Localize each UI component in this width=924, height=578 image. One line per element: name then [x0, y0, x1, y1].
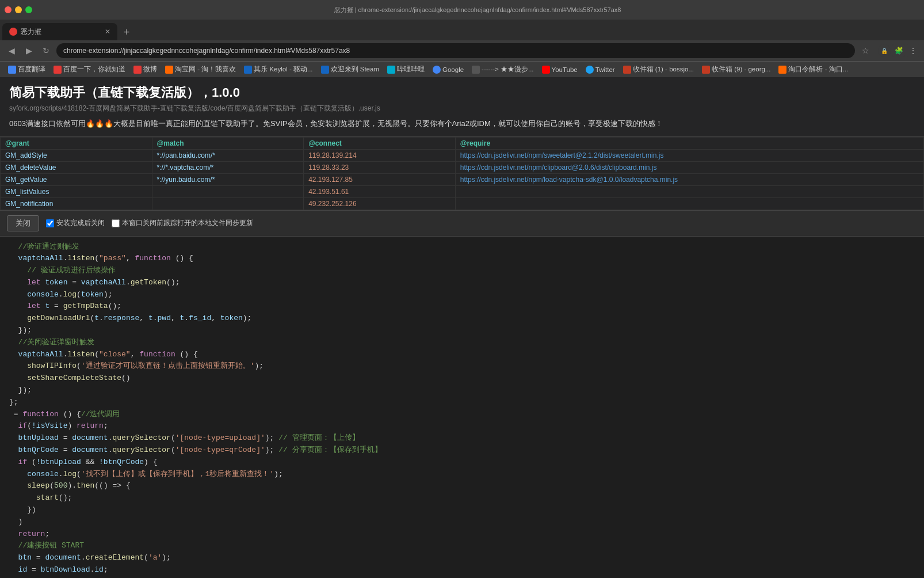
code-line-11: vaptchaAll.listen("close", function () {: [0, 349, 924, 361]
metadata-row-4: GM_listValues 42.193.51.61: [1, 185, 924, 197]
tab-label: 恶力摧: [21, 27, 101, 37]
metadata-row-headers: @grant @match @connect @require: [1, 137, 924, 149]
code-line-28: return;: [0, 528, 924, 541]
connect-3: 42.193.127.85: [304, 173, 456, 185]
bookmark-label-5: 其乐 Keylol - 驱动...: [254, 65, 312, 74]
forward-button[interactable]: ▶: [22, 44, 36, 58]
ext-icon-3[interactable]: ⋮: [907, 44, 919, 57]
connect-1: 119.28.139.214: [304, 149, 456, 161]
script-path: syfork.org/scripts/418182-百度网盘简易下载助手-直链下…: [9, 104, 915, 113]
window-close-btn[interactable]: [5, 6, 12, 13]
bookmark-favicon-11: [586, 66, 594, 74]
bookmark-favicon-8: [433, 66, 441, 74]
bookmark-favicon-4: [165, 66, 173, 74]
checkbox-auto-close[interactable]: 安装完成后关闭: [46, 218, 105, 228]
checkbox-auto-close-input[interactable]: [46, 219, 54, 227]
bookmark-taobao[interactable]: 淘宝网 - 淘！我喜欢: [162, 64, 239, 75]
code-line-3: // 验证成功进行后续操作: [0, 265, 924, 277]
tab-bar: 恶力摧 ✕ +: [0, 20, 924, 40]
reload-button[interactable]: ↻: [39, 44, 53, 58]
code-area: //验证通过则触发 vaptchaAll.listen("pass", func…: [0, 237, 924, 579]
bookmark-label-3: 微博: [143, 65, 157, 74]
ext-icon-1[interactable]: 🔒: [878, 44, 891, 57]
bookmark-google[interactable]: Google: [429, 64, 467, 75]
grant-1: GM_addStyle: [1, 149, 152, 161]
bookmark-bilibili[interactable]: 哔哩哔哩: [384, 64, 428, 75]
bookmark-label-8: Google: [442, 66, 464, 73]
bookmark-baidu-translate[interactable]: 百度翻译: [5, 64, 49, 75]
connect-2: 119.28.33.23: [304, 161, 456, 173]
bookmark-youtube[interactable]: YouTube: [539, 64, 581, 75]
active-tab[interactable]: 恶力摧 ✕: [2, 23, 117, 40]
code-line-4: let token = vaptchaAll.getToken();: [0, 277, 924, 289]
bookmark-favicon-7: [387, 66, 395, 74]
bookmark-label-9: ------> ★★漫步...: [482, 65, 533, 74]
grant-2: GM_deleteValue: [1, 161, 152, 173]
bookmark-favicon-12: [623, 66, 631, 74]
new-tab-btn[interactable]: +: [119, 24, 135, 40]
tab-favicon: [9, 28, 17, 36]
bookmark-email2[interactable]: 收件箱 (9) - georg...: [698, 64, 774, 75]
code-line-6: let t = getTmpData();: [0, 301, 924, 313]
metadata-table: @grant @match @connect @require GM_addSt…: [0, 137, 924, 210]
close-button[interactable]: 关闭: [7, 215, 39, 231]
bookmark-favicon-2: [54, 66, 62, 74]
code-line-22: if (!btnUpload && !btnQrCode) {: [0, 457, 924, 469]
url-input[interactable]: [56, 43, 855, 58]
match-2: *://*.vaptcha.com/*: [152, 161, 304, 173]
code-line-19: if(!isVsite) return;: [0, 420, 924, 432]
code-line-12: showTIPInfo('通过验证才可以取直链！点击上面按钮重新开始。');: [0, 360, 924, 372]
bookmark-label-14: 淘口令解析 - 淘口...: [788, 65, 848, 74]
bookmark-steam[interactable]: 欢迎来到 Steam: [318, 64, 383, 75]
require-2: https://cdn.jsdelivr.net/npm/clipboard@2…: [455, 161, 923, 173]
bookmark-label-11: Twitter: [595, 66, 615, 73]
metadata-section: @grant @match @connect @require GM_addSt…: [0, 137, 924, 210]
ext-icon-2[interactable]: 🧩: [892, 44, 905, 57]
code-line-21: btnQrCode = document.querySelector('[nod…: [0, 444, 924, 457]
code-line-14: });: [0, 385, 924, 397]
bookmark-stars[interactable]: ------> ★★漫步...: [468, 64, 537, 75]
code-line-15: };: [0, 397, 924, 409]
address-bar: ◀ ▶ ↻ ☆ 🔒 🧩 ⋮: [0, 40, 924, 61]
window-minimize-btn[interactable]: [15, 6, 22, 13]
back-button[interactable]: ◀: [5, 44, 18, 58]
bookmark-favicon-9: [472, 66, 480, 74]
bookmark-label-10: YouTube: [552, 66, 578, 73]
bookmark-star[interactable]: ☆: [858, 44, 872, 58]
code-line-23: console.log('找不到【上传】或【保存到手机】，1秒后将重新查找！')…: [0, 469, 924, 481]
bookmark-twitter[interactable]: Twitter: [582, 64, 618, 75]
title-bar: 恶力摧 | chrome-extension://jinjaccalgkeged…: [0, 0, 924, 20]
checkbox-sync-update-input[interactable]: [112, 219, 120, 227]
bookmark-label-7: 哔哩哔哩: [397, 65, 425, 74]
bookmark-keylol[interactable]: 其乐 Keylol - 驱动...: [240, 64, 316, 75]
code-line-33: id = btnDownload.id;: [0, 564, 924, 576]
install-header: 简易下载助手（直链下载复活版），1.0.0 syfork.org/scripts…: [0, 77, 924, 137]
bookmark-favicon-13: [702, 66, 710, 74]
bookmark-favicon-6: [321, 66, 329, 74]
header-grant: @grant: [1, 137, 152, 149]
code-line-24: sleep(500).then(() => {: [0, 480, 924, 492]
window-title: 恶力摧 | chrome-extension://jinjaccalgkeged…: [334, 6, 621, 14]
checkbox-sync-update[interactable]: 本窗口关闭前跟踪打开的本地文件同步更新: [112, 218, 253, 228]
match-3: *://yun.baidu.com/*: [152, 173, 304, 185]
bookmark-baidu-search[interactable]: 百度一下，你就知道: [50, 64, 129, 75]
header-match: @match: [152, 137, 304, 149]
require-4: [455, 185, 923, 197]
tab-close-icon[interactable]: ✕: [105, 28, 110, 36]
bookmark-label-6: 欢迎来到 Steam: [331, 65, 379, 74]
bookmark-email1[interactable]: 收件箱 (1) - bossjo...: [620, 64, 697, 75]
code-line-7: getDownloadUrl(t.response, t.pwd, t.fs_i…: [0, 313, 924, 325]
window-maximize-btn[interactable]: [25, 6, 32, 13]
code-line-32: btn = document.createElement('a');: [0, 552, 924, 564]
require-1: https://cdn.jsdelivr.net/npm/sweetalert@…: [455, 149, 923, 161]
page-content: 简易下载助手（直链下载复活版），1.0.0 syfork.org/scripts…: [0, 77, 924, 578]
checkbox-sync-update-label: 本窗口关闭前跟踪打开的本地文件同步更新: [122, 218, 253, 228]
code-line-27: ): [0, 516, 924, 528]
metadata-row-3: GM_getValue *://yun.baidu.com/* 42.193.1…: [1, 173, 924, 185]
bookmark-label-13: 收件箱 (9) - georg...: [712, 65, 770, 74]
bookmark-taoling[interactable]: 淘口令解析 - 淘口...: [775, 64, 852, 75]
bookmark-label-12: 收件箱 (1) - bossjo...: [633, 65, 694, 74]
code-line-20: btnUpload = document.querySelector('[nod…: [0, 432, 924, 444]
code-line-25: start();: [0, 492, 924, 504]
bookmark-weibo[interactable]: 微博: [130, 64, 161, 75]
